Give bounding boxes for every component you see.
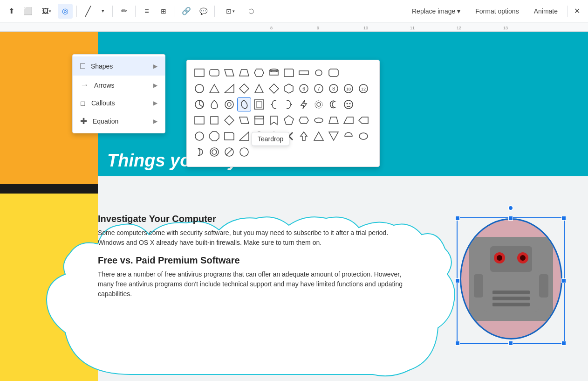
- shape-lightning[interactable]: [297, 97, 311, 111]
- shape-bookmark[interactable]: [267, 113, 281, 127]
- shape-gear[interactable]: [312, 97, 326, 111]
- shape-trapezoid2[interactable]: [327, 113, 341, 127]
- shape-tri-down[interactable]: [327, 129, 341, 143]
- image-options-btn[interactable]: 🖼▾: [37, 4, 56, 19]
- svg-marker-76: [329, 132, 338, 140]
- rotate-handle[interactable]: [508, 205, 513, 211]
- menu-item-shapes[interactable]: □ Shapes ▶: [73, 56, 165, 76]
- svg-rect-8: [492, 303, 530, 306]
- menu-item-arrows[interactable]: → Arrows ▶: [73, 76, 165, 95]
- shape-rect-round[interactable]: [207, 66, 221, 80]
- shape-smiley[interactable]: [342, 97, 356, 111]
- shape-oval2[interactable]: [356, 129, 370, 143]
- shape-rect[interactable]: [192, 66, 206, 80]
- shape-donut[interactable]: [222, 97, 236, 111]
- shape-hexagon[interactable]: [282, 82, 296, 96]
- format-options-btn[interactable]: Format options: [468, 3, 526, 20]
- shape-diamond2[interactable]: [267, 82, 281, 96]
- crop-alt-btn[interactable]: ⊡▾: [219, 4, 242, 19]
- shape-x[interactable]: [282, 129, 296, 143]
- mask-btn[interactable]: ⬡: [244, 4, 259, 19]
- replace-image-btn[interactable]: Replace image ▾: [404, 3, 468, 20]
- shape-rect-wide[interactable]: [297, 66, 311, 80]
- svg-marker-13: [225, 69, 234, 76]
- shape-oct[interactable]: [207, 129, 221, 143]
- shape-tri-up[interactable]: [312, 129, 326, 143]
- ruler-mark-12: 12: [457, 26, 461, 30]
- shape-circle[interactable]: [192, 82, 206, 96]
- link-btn[interactable]: 🔗: [179, 4, 194, 19]
- menu-item-callouts[interactable]: ◻ Callouts ▶: [73, 95, 165, 111]
- crop-btn[interactable]: ⬜: [21, 4, 35, 19]
- shape-moon[interactable]: [327, 97, 341, 111]
- shape-brace-left[interactable]: [267, 97, 281, 111]
- robot-image[interactable]: [460, 218, 562, 339]
- shape-cylinder[interactable]: [267, 66, 281, 80]
- shape-rtriangle[interactable]: [222, 82, 236, 96]
- shape-rect-bevel[interactable]: [327, 66, 341, 80]
- shape-num-12[interactable]: 12: [356, 82, 370, 96]
- shape-ribbon[interactable]: [297, 113, 311, 127]
- svg-marker-14: [239, 69, 249, 76]
- shape-document[interactable]: [252, 113, 266, 127]
- scribble-btn[interactable]: ✏: [116, 4, 131, 19]
- shape-half-circle[interactable]: [342, 129, 356, 143]
- shape-crosshair[interactable]: [267, 129, 281, 143]
- shape-donut2[interactable]: [207, 145, 221, 159]
- shape-circle2[interactable]: [192, 129, 206, 143]
- shape-chevron[interactable]: [356, 113, 370, 127]
- shape-trapezoid[interactable]: [237, 66, 251, 80]
- shape-diamond[interactable]: [237, 82, 251, 96]
- shape-up-arrow[interactable]: [297, 129, 311, 143]
- svg-point-45: [317, 103, 321, 106]
- close-btn[interactable]: ✕: [569, 4, 584, 19]
- menu-item-equation[interactable]: ✚ Equation ▶: [73, 111, 165, 131]
- shape-num-7[interactable]: 7: [312, 82, 326, 96]
- handle-bot-right[interactable]: [561, 341, 566, 346]
- body-heading-2: Free vs. Paid Premium Software: [98, 255, 415, 266]
- shape-num-6[interactable]: 6: [297, 82, 311, 96]
- shape-parallelogram[interactable]: [222, 66, 236, 80]
- comment-btn[interactable]: 💬: [196, 4, 211, 19]
- shape-diamond-rect[interactable]: [252, 66, 266, 80]
- svg-marker-61: [344, 117, 353, 124]
- body-paragraph-1: Some computers come with security softwa…: [98, 228, 415, 248]
- shape-rtrapezoid[interactable]: [342, 113, 356, 127]
- svg-rect-10: [539, 274, 548, 298]
- shape-teardrop[interactable]: [237, 97, 251, 111]
- shape-brace-right[interactable]: [282, 97, 296, 111]
- paragraph-btn[interactable]: ≡: [139, 4, 154, 19]
- callouts-arrow: ▶: [153, 100, 157, 106]
- handle-top-right[interactable]: [561, 216, 566, 221]
- shape-rect-snip2[interactable]: [222, 129, 236, 143]
- shape-chord[interactable]: [207, 97, 221, 111]
- svg-marker-65: [225, 132, 234, 140]
- shape-rtriangle2[interactable]: [237, 129, 251, 143]
- shape-square[interactable]: [207, 113, 221, 127]
- shape-blocked[interactable]: [252, 129, 266, 143]
- shape-tool-btn[interactable]: ◎: [58, 4, 73, 19]
- select-tool-btn[interactable]: ⬆: [4, 4, 19, 19]
- shape-parallelogram2[interactable]: [237, 113, 251, 127]
- shape-rect-snip[interactable]: [282, 66, 296, 80]
- animate-btn[interactable]: Animate: [526, 3, 565, 20]
- shape-frame[interactable]: [252, 97, 266, 111]
- shape-pentagon[interactable]: [282, 113, 296, 127]
- shape-diamond3[interactable]: [222, 113, 236, 127]
- line-tool-btn[interactable]: ╱: [81, 4, 96, 19]
- shape-stadium[interactable]: [312, 66, 326, 80]
- column-layout-btn[interactable]: ⊞: [156, 4, 171, 19]
- shape-row-6: [192, 145, 374, 159]
- line-end-btn[interactable]: ▾: [97, 4, 109, 19]
- shape-pie[interactable]: [192, 97, 206, 111]
- handle-bot-mid[interactable]: [508, 341, 513, 346]
- shape-crescent[interactable]: [192, 145, 206, 159]
- shape-iso-triangle[interactable]: [252, 82, 266, 96]
- shape-circle3[interactable]: [237, 145, 251, 159]
- shape-triangle[interactable]: [207, 82, 221, 96]
- shape-num-10[interactable]: 10: [342, 82, 356, 96]
- shape-no-symbol[interactable]: [222, 145, 236, 159]
- shape-rect2[interactable]: [192, 113, 206, 127]
- shape-oval[interactable]: [312, 113, 326, 127]
- shape-num-8[interactable]: 8: [327, 82, 341, 96]
